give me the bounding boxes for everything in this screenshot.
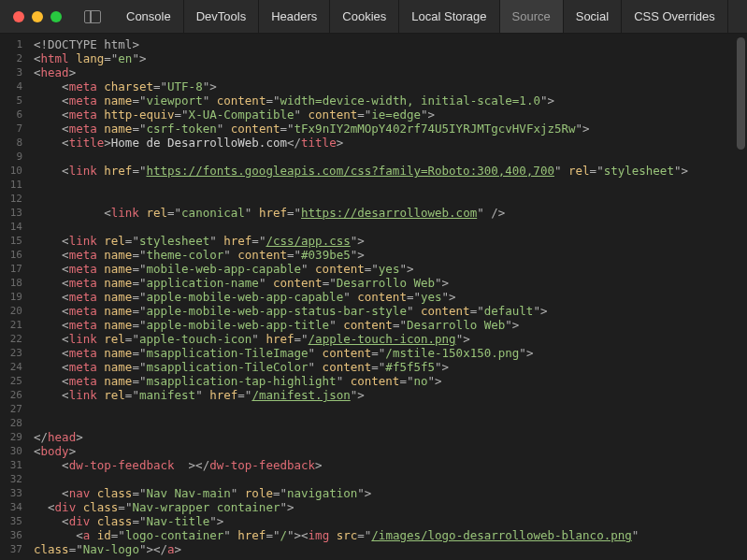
code-line: <div class="Nav-wrapper container"> (34, 500, 747, 514)
code-line: <meta name="csrf-token" content="tFx9nIY… (34, 122, 747, 136)
code-line: <body> (34, 444, 747, 458)
line-number: 7 (0, 122, 22, 136)
code-line (34, 220, 747, 234)
tab-social[interactable]: Social (564, 0, 622, 33)
maximize-window-button[interactable] (50, 11, 62, 22)
line-number: 33 (0, 486, 22, 500)
line-number: 17 (0, 262, 22, 276)
editor-area: 1234567891011121314151617181920212223242… (0, 34, 747, 560)
tab-cookies[interactable]: Cookies (330, 0, 399, 33)
source-link[interactable]: /manifest.json (251, 388, 350, 402)
line-number: 28 (0, 416, 22, 430)
code-line (34, 402, 747, 416)
line-number: 32 (0, 472, 22, 486)
code-line: <html lang="en"> (34, 51, 747, 65)
line-number: 35 (0, 514, 22, 528)
code-line: <div class="Nav-title"> (34, 514, 747, 528)
sidebar-toggle-icon[interactable] (84, 10, 101, 23)
vertical-scrollbar[interactable] (737, 37, 745, 150)
code-line: <meta name="msapplication-TileColor" con… (34, 360, 747, 374)
source-link[interactable]: /css/app.css (266, 234, 350, 248)
code-line: <!DOCTYPE html> (34, 37, 747, 51)
line-number: 34 (0, 500, 22, 514)
code-line: <link rel="apple-touch-icon" href="/appl… (34, 332, 747, 346)
code-line: <meta name="mobile-web-app-capable" cont… (34, 262, 747, 276)
line-number: 18 (0, 276, 22, 290)
code-line (34, 178, 747, 192)
tab-headers[interactable]: Headers (259, 0, 330, 33)
line-number-gutter: 1234567891011121314151617181920212223242… (0, 34, 30, 560)
source-link[interactable]: /apple-touch-icon.png (309, 332, 456, 346)
code-line: </head> (34, 430, 747, 444)
tab-bar: ConsoleDevToolsHeadersCookiesLocal Stora… (114, 0, 728, 33)
tab-local-storage[interactable]: Local Storage (399, 0, 499, 33)
code-line: <meta name="apple-mobile-web-app-status-… (34, 304, 747, 318)
code-line: <meta name="msapplication-tap-highlight"… (34, 374, 747, 388)
line-number: 30 (0, 444, 22, 458)
code-line: <link rel="canonical" href="https://desa… (34, 206, 747, 220)
code-line: <meta name="application-name" content="D… (34, 276, 747, 290)
source-link[interactable]: https://fonts.googleapis.com/css?family=… (146, 164, 554, 178)
line-number: 31 (0, 458, 22, 472)
line-number: 8 (0, 136, 22, 150)
titlebar: ConsoleDevToolsHeadersCookiesLocal Stora… (0, 0, 747, 34)
line-number: 3 (0, 65, 22, 79)
line-number: 25 (0, 374, 22, 388)
code-line: <meta name="apple-mobile-web-app-capable… (34, 290, 747, 304)
line-number: 16 (0, 248, 22, 262)
close-window-button[interactable] (13, 11, 24, 22)
tab-devtools[interactable]: DevTools (184, 0, 259, 33)
line-number: 6 (0, 108, 22, 122)
line-number: 36 (0, 528, 22, 542)
code-line: class="Nav-logo"></a> (34, 542, 747, 556)
line-number: 14 (0, 220, 22, 234)
line-number: 29 (0, 430, 22, 444)
line-number: 22 (0, 332, 22, 346)
code-line: <dw-top-feedback ></dw-top-feedback> (34, 458, 747, 472)
line-number: 9 (0, 150, 22, 164)
line-number: 21 (0, 318, 22, 332)
code-line: <meta name="theme-color" content="#039be… (34, 248, 747, 262)
code-line: <meta name="viewport" content="width=dev… (34, 93, 747, 108)
line-number: 27 (0, 402, 22, 416)
line-number: 24 (0, 360, 22, 374)
line-number: 19 (0, 290, 22, 304)
code-line: <link href="https://fonts.googleapis.com… (34, 164, 747, 178)
code-line: <link rel="stylesheet" href="/css/app.cs… (34, 234, 747, 248)
line-number: 5 (0, 93, 22, 108)
code-line: <a id="logo-container" href="/"><img src… (34, 528, 747, 542)
code-line (34, 416, 747, 430)
line-number: 2 (0, 51, 22, 65)
tab-source[interactable]: Source (500, 0, 564, 33)
line-number: 26 (0, 388, 22, 402)
line-number: 12 (0, 192, 22, 206)
source-link[interactable]: /images/logo-desarrolloweb-blanco.png (371, 528, 631, 542)
line-number: 13 (0, 206, 22, 220)
code-line (34, 472, 747, 486)
code-line: <meta http-equiv="X-UA-Compatible" conte… (34, 108, 747, 122)
code-line: <link rel="manifest" href="/manifest.jso… (34, 388, 747, 402)
code-line: <meta name="apple-mobile-web-app-title" … (34, 318, 747, 332)
line-number: 4 (0, 79, 22, 93)
line-number: 37 (0, 542, 22, 556)
minimize-window-button[interactable] (32, 11, 43, 22)
code-line: <meta name="msapplication-TileImage" con… (34, 346, 747, 360)
line-number: 23 (0, 346, 22, 360)
line-number: 20 (0, 304, 22, 318)
code-line: <nav class="Nav Nav-main" role="navigati… (34, 486, 747, 500)
line-number: 1 (0, 37, 22, 51)
code-line (34, 150, 747, 164)
tab-css-overrides[interactable]: CSS Overrides (622, 0, 728, 33)
code-line (34, 192, 747, 206)
line-number: 10 (0, 164, 22, 178)
line-number: 15 (0, 234, 22, 248)
code-line: <meta charset="UTF-8"> (34, 79, 747, 93)
traffic-lights (0, 11, 75, 22)
source-code-view[interactable]: <!DOCTYPE html><html lang="en"><head> <m… (30, 34, 747, 560)
source-link[interactable]: https://desarrolloweb.com (301, 206, 477, 220)
line-number: 11 (0, 178, 22, 192)
tab-console[interactable]: Console (114, 0, 184, 33)
code-line: <title>Home de DesarrolloWeb.com</title> (34, 136, 747, 150)
code-line: <head> (34, 65, 747, 79)
